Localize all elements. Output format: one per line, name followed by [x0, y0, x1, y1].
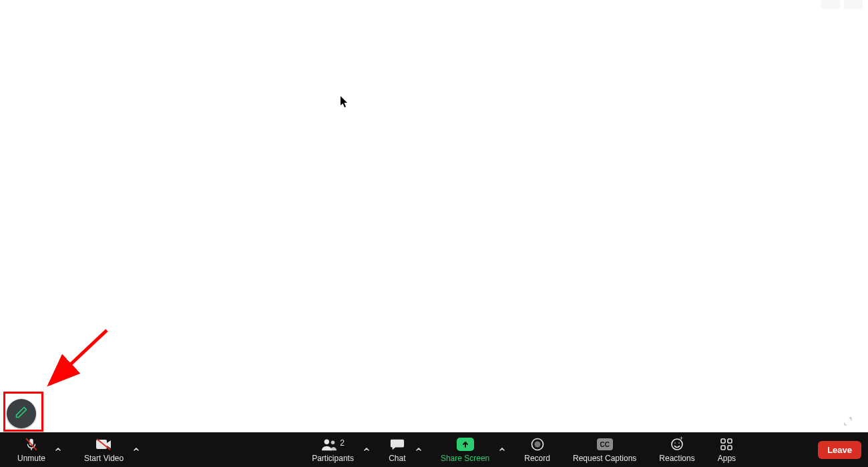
share-options-chevron[interactable]: [497, 432, 507, 467]
expand-corner-icon: [843, 416, 853, 430]
share-screen-button[interactable]: Share Screen: [433, 432, 497, 467]
meeting-toolbar: Unmute Start Video: [0, 432, 868, 467]
start-video-button[interactable]: Start Video: [76, 432, 132, 467]
annotation-arrow: [40, 327, 114, 394]
record-label: Record: [524, 454, 550, 462]
request-captions-label: Request Captions: [573, 454, 636, 462]
participants-label: Participants: [312, 454, 354, 462]
svg-rect-17: [728, 446, 732, 450]
ghost-pill: [844, 0, 863, 9]
pencil-icon: [15, 406, 28, 422]
start-video-label: Start Video: [84, 454, 124, 462]
chat-options-chevron[interactable]: [414, 432, 423, 467]
svg-rect-14: [721, 439, 725, 443]
toolbar-left-group: Unmute Start Video: [0, 432, 144, 467]
top-right-ghost-controls: [821, 0, 863, 9]
request-captions-button[interactable]: CC Request Captions: [565, 432, 644, 467]
unmute-label: Unmute: [17, 454, 45, 462]
share-screen-label: Share Screen: [441, 454, 489, 462]
audio-options-chevron[interactable]: [53, 432, 63, 467]
toolbar-right-group: Leave: [818, 432, 868, 467]
ghost-pill: [821, 0, 840, 9]
unmute-button[interactable]: Unmute: [9, 432, 53, 467]
chat-icon: [389, 437, 406, 452]
svg-point-10: [534, 442, 540, 448]
plus-icon: +: [680, 436, 683, 442]
svg-point-2: [850, 417, 851, 418]
mouse-cursor: [341, 96, 349, 111]
reactions-label: Reactions: [659, 454, 694, 462]
apps-icon: [718, 437, 735, 452]
participants-count: 2: [340, 438, 345, 448]
svg-point-13: [678, 442, 680, 444]
toolbar-center-group: 2 Participants Chat: [304, 432, 744, 467]
participants-options-chevron[interactable]: [362, 432, 371, 467]
record-icon: [529, 437, 546, 452]
closed-captions-icon: CC: [596, 437, 614, 452]
participants-icon: 2: [321, 437, 345, 452]
leave-label: Leave: [827, 445, 852, 455]
record-button[interactable]: Record: [516, 432, 558, 467]
reactions-button[interactable]: + Reactions: [651, 432, 702, 467]
chat-button[interactable]: Chat: [381, 432, 414, 467]
microphone-muted-icon: [23, 437, 40, 452]
leave-button[interactable]: Leave: [818, 441, 861, 459]
svg-rect-5: [96, 440, 107, 449]
svg-rect-16: [721, 446, 725, 450]
svg-rect-15: [728, 439, 732, 443]
svg-point-8: [331, 440, 335, 444]
reactions-icon: +: [668, 437, 686, 452]
video-options-chevron[interactable]: [132, 432, 141, 467]
svg-point-12: [674, 442, 676, 444]
participants-button[interactable]: 2 Participants: [304, 432, 362, 467]
svg-line-1: [49, 330, 107, 384]
apps-label: Apps: [718, 454, 736, 462]
svg-point-7: [324, 440, 329, 444]
share-screen-icon: [457, 437, 474, 452]
video-off-icon: [95, 437, 113, 452]
annotate-pencil-button[interactable]: [7, 399, 36, 428]
chat-label: Chat: [389, 454, 405, 462]
apps-button[interactable]: Apps: [710, 432, 744, 467]
